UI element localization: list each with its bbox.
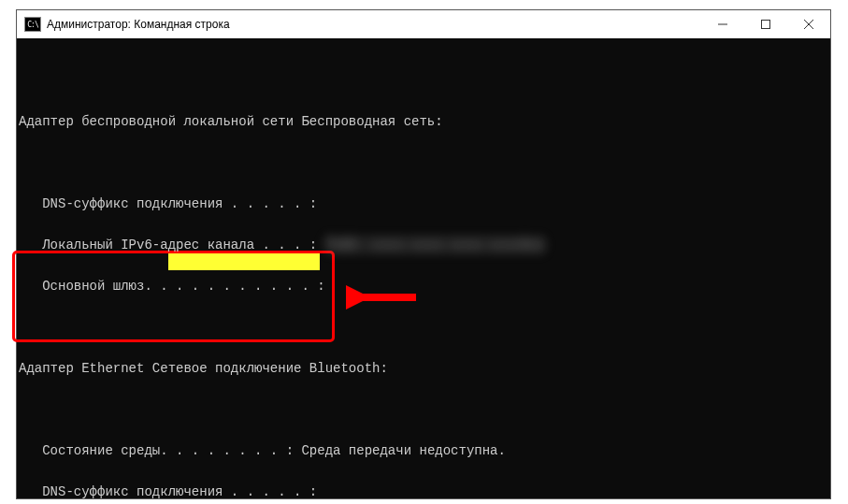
cmd-window: C:\ Администратор: Командная строка Адап… <box>16 9 831 499</box>
output-line: Адаптер беспроводной локальной сети Бесп… <box>19 111 830 132</box>
maximize-button[interactable] <box>744 10 787 38</box>
output-line <box>19 317 830 338</box>
ipv6-obscured: fe80::xxxx:xxxx:xxxx:xxxx%xx <box>325 235 545 255</box>
console-area[interactable]: Адаптер беспроводной локальной сети Бесп… <box>17 38 830 498</box>
title-left: C:\ Администратор: Командная строка <box>17 17 230 32</box>
window-title: Администратор: Командная строка <box>47 18 230 31</box>
output-line: DNS-суффикс подключения . . . . . : <box>19 194 830 214</box>
output-line: Состояние среды. . . . . . . . : Среда п… <box>19 440 830 461</box>
titlebar[interactable]: C:\ Администратор: Командная строка <box>17 10 830 39</box>
output-line: Локальный IPv6-адрес канала . . . : fe80… <box>19 235 830 255</box>
output-line: Адаптер Ethernet Сетевое подключение Blu… <box>19 358 830 379</box>
output-line <box>19 152 830 173</box>
output-line: Основной шлюз. . . . . . . . . . . : <box>19 276 830 296</box>
cmd-icon: C:\ <box>24 17 41 32</box>
window-controls <box>701 10 830 38</box>
svg-rect-1 <box>762 21 770 29</box>
minimize-button[interactable] <box>701 10 744 38</box>
close-button[interactable] <box>787 10 830 38</box>
output-line: DNS-суффикс подключения . . . . . : <box>19 482 830 498</box>
output-line <box>19 399 830 420</box>
